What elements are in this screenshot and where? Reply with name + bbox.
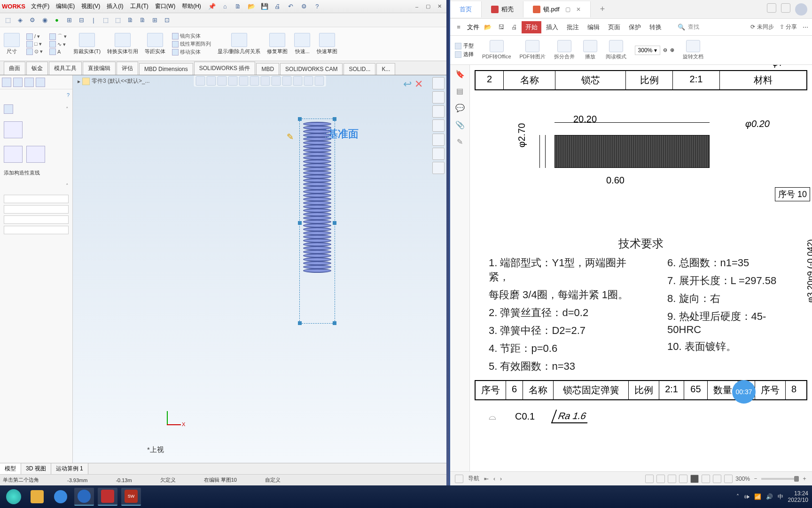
start-button[interactable] <box>4 488 23 506</box>
ri-icon[interactable] <box>432 105 445 118</box>
ri-home-icon[interactable] <box>432 77 445 89</box>
rib-convert[interactable]: 转换实体引用 <box>107 33 138 55</box>
rib-trim[interactable]: 剪裁实体(T) <box>73 33 101 55</box>
lp-icon[interactable] <box>13 78 23 87</box>
minimize-button[interactable]: – <box>412 2 422 11</box>
ri-icon[interactable] <box>432 91 445 103</box>
mb-insert[interactable]: 插入 <box>542 21 562 33</box>
close-button[interactable]: ✕ <box>434 2 445 11</box>
vt-icon[interactable] <box>304 76 313 86</box>
pdf-page[interactable]: φ7 2 名称 锁芯 比例 2:1 材料 20.20 φ0.20 φ2.70 <box>470 65 812 471</box>
crumb-arrow-icon[interactable]: ▸ <box>78 78 80 85</box>
st-view-icon[interactable] <box>713 475 721 483</box>
tb-solidworks[interactable]: SW <box>121 488 141 506</box>
save-icon[interactable]: 🖫 <box>496 23 506 32</box>
tray-net-icon[interactable]: 🕪 <box>744 493 750 500</box>
zoom-slider[interactable] <box>761 478 799 480</box>
tab-mbd-dim[interactable]: MBD Dimensions <box>139 63 193 75</box>
st-prev-icon[interactable]: ‹ <box>493 476 495 482</box>
share-button[interactable]: ⇪ 分享 <box>780 23 797 31</box>
tab-sw-plugin[interactable]: SOLIDWORKS 插件 <box>194 62 256 75</box>
tray-ime[interactable]: 中 <box>778 493 783 501</box>
menu-view[interactable]: 视图(V) <box>78 1 103 11</box>
mb-protect[interactable]: 保护 <box>625 21 645 33</box>
tool-pdf-pic[interactable]: PDF转图片 <box>520 40 546 60</box>
handle[interactable] <box>298 321 302 325</box>
print-icon[interactable]: 🖨 <box>273 1 283 12</box>
mb-page[interactable]: 页面 <box>604 21 624 33</box>
menu-insert[interactable]: 插入(I) <box>104 1 126 11</box>
tab-evaluate[interactable]: 评估 <box>117 62 138 75</box>
st-play-icon[interactable] <box>690 475 699 483</box>
vt-icon[interactable] <box>271 76 281 86</box>
vt-icon[interactable] <box>228 76 237 86</box>
chevron-up-icon[interactable]: ˄ <box>66 106 69 112</box>
option-icon-2[interactable] <box>4 146 23 163</box>
open-icon[interactable]: 📂 <box>483 23 492 32</box>
tab-mbd[interactable]: MBD <box>256 63 279 75</box>
btab-model[interactable]: 模型 <box>0 463 21 474</box>
param-field[interactable] <box>4 195 69 203</box>
tab-surface[interactable]: 曲面 <box>4 62 25 75</box>
wr-icon[interactable] <box>767 3 776 13</box>
vt-icon[interactable] <box>206 76 216 86</box>
wps-tab-new[interactable]: + <box>591 0 615 18</box>
maximize-button[interactable]: ▢ <box>423 2 433 11</box>
sb-attach-icon[interactable]: 📎 <box>455 119 465 130</box>
mb-start[interactable]: 开始 <box>522 21 541 33</box>
sb-thumb-icon[interactable]: ▤ <box>455 86 465 96</box>
tray-wifi-icon[interactable]: 📶 <box>754 493 761 500</box>
qt-icon[interactable]: ⬚ <box>101 15 111 25</box>
rib-quick-sketch[interactable]: 快速草图 <box>317 33 337 55</box>
help-icon[interactable]: ? <box>67 92 70 98</box>
rib-offset[interactable]: 等距实体 <box>145 33 165 55</box>
sb-bookmark-icon[interactable]: 🔖 <box>455 69 465 79</box>
handle[interactable] <box>333 321 336 325</box>
tool-pdf-office[interactable]: PDF转Office <box>482 40 511 60</box>
vt-icon[interactable] <box>217 76 226 86</box>
rib-quick-snap[interactable]: 快速... <box>294 33 310 55</box>
tab-mold[interactable]: 模具工具 <box>49 62 82 75</box>
rib-showdel[interactable]: 显示/删除几何关系 <box>218 33 260 55</box>
home-icon[interactable]: ⌂ <box>220 1 230 12</box>
tool-hand[interactable]: 手型 <box>455 42 474 49</box>
zoom-out-icon[interactable]: － <box>753 475 758 483</box>
ri-icon[interactable] <box>432 148 445 160</box>
btab-motion[interactable]: 运动算例 1 <box>51 463 88 474</box>
menu-edit[interactable]: 编辑(E) <box>53 1 78 11</box>
tool-select[interactable]: 选择 <box>455 51 474 58</box>
tray-clock[interactable]: 13:24 2022/10 <box>788 490 808 504</box>
new-icon[interactable]: 🗎 <box>233 1 243 12</box>
avatar[interactable] <box>795 3 807 16</box>
qt-icon[interactable]: ⊞ <box>149 15 160 25</box>
settings-icon[interactable]: ⚙ <box>299 1 309 12</box>
param-field[interactable] <box>4 205 69 214</box>
btab-3dview[interactable]: 3D 视图 <box>21 463 51 474</box>
sb-sign-icon[interactable]: ✎ <box>455 136 465 147</box>
st-view-icon[interactable] <box>724 475 733 483</box>
wps-tab-home[interactable]: 首页 <box>450 1 482 17</box>
qt-icon[interactable]: ◈ <box>15 15 25 25</box>
mb-convert[interactable]: 转换 <box>646 21 665 33</box>
tb-app[interactable] <box>74 488 94 506</box>
handle[interactable] <box>298 117 302 121</box>
tb-explorer[interactable] <box>27 488 47 506</box>
st-view-icon[interactable] <box>656 475 665 483</box>
search-label[interactable]: 查找 <box>688 23 699 31</box>
menu-file[interactable]: 文件(F) <box>28 1 52 11</box>
qt-gear-icon[interactable]: ⚙ <box>27 15 38 25</box>
st-view-icon[interactable] <box>679 475 687 483</box>
zoom-select[interactable]: 300% ▾ <box>635 46 660 55</box>
qt-icon[interactable]: 🗎 <box>125 15 135 25</box>
undo-icon[interactable]: ↶ <box>286 1 296 12</box>
handle[interactable] <box>333 221 336 225</box>
qt-icon[interactable]: ⊟ <box>76 15 86 25</box>
tool-read[interactable]: 阅读模式 <box>606 40 626 60</box>
save-icon[interactable]: 💾 <box>259 1 270 12</box>
tab-restore-icon[interactable]: ▢ <box>565 6 570 13</box>
lp-icon[interactable] <box>36 78 45 87</box>
ri-icon[interactable] <box>432 119 445 132</box>
crumb-text[interactable]: 零件3 (默认<<默认>_... <box>92 77 150 85</box>
rib-repair[interactable]: 修复草图 <box>267 33 288 55</box>
handle[interactable] <box>333 117 336 121</box>
